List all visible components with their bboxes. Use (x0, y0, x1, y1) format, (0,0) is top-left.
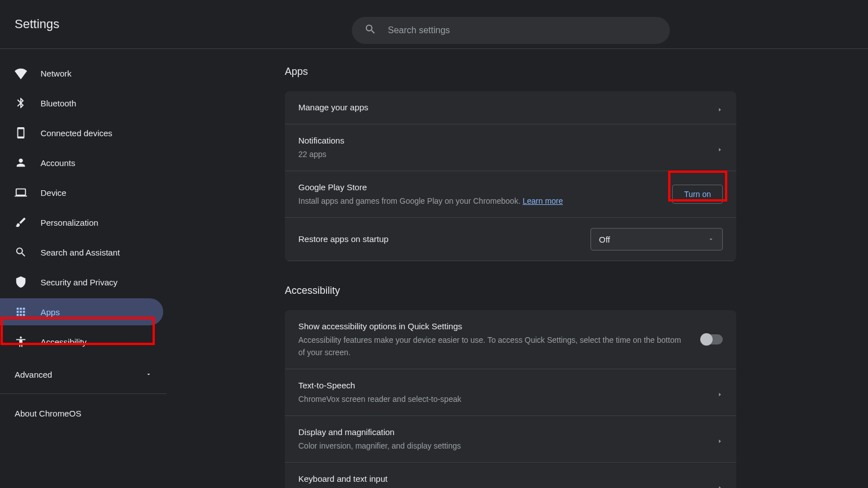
sidebar-item-label: Network (41, 69, 71, 78)
section-title-accessibility: Accessibility (285, 285, 736, 297)
sidebar-item-connected-devices[interactable]: Connected devices (0, 119, 167, 146)
row-sub: Color inversion, magnifier, and display … (298, 440, 461, 452)
shield-icon (15, 276, 27, 288)
sidebar-item-label: Connected devices (41, 128, 113, 138)
accessibility-icon (15, 335, 27, 348)
advanced-label: Advanced (15, 370, 52, 379)
sidebar-item-label: Accessibility (41, 337, 87, 347)
sidebar: Network Bluetooth Connected devices Acco… (0, 49, 167, 488)
play-sub-text: Install apps and games from Google Play … (298, 196, 522, 205)
sidebar-item-apps[interactable]: Apps (0, 298, 163, 325)
row-title: Restore apps on startup (298, 233, 388, 245)
row-keyboard-text-input[interactable]: Keyboard and text input On-screen keyboa… (285, 463, 736, 488)
row-title: Notifications (298, 135, 344, 147)
sidebar-item-device[interactable]: Device (0, 179, 167, 206)
sidebar-divider (0, 393, 167, 394)
sidebar-item-label: Apps (41, 307, 60, 317)
row-sub: 22 apps (298, 148, 344, 160)
row-title: Display and magnification (298, 426, 461, 438)
row-title: Manage your apps (298, 101, 368, 114)
chevron-right-icon (717, 436, 723, 442)
accessibility-card: Show accessibility options in Quick Sett… (285, 310, 736, 488)
bluetooth-icon (15, 97, 27, 109)
search-icon (364, 23, 377, 38)
header: Settings (0, 0, 868, 49)
section-title-apps: Apps (285, 66, 736, 78)
row-sub: ChromeVox screen reader and select-to-sp… (298, 393, 461, 405)
search-input[interactable] (388, 25, 657, 35)
wifi-icon (15, 67, 27, 79)
row-quick-settings-accessibility: Show accessibility options in Quick Sett… (285, 310, 736, 369)
turn-on-button[interactable]: Turn on (672, 185, 723, 204)
chevron-right-icon (717, 105, 723, 110)
row-sub: Accessibility features make your device … (298, 334, 687, 359)
page-title: Settings (15, 17, 60, 32)
chevron-down-icon (708, 235, 714, 244)
accessibility-quick-toggle[interactable] (701, 334, 723, 344)
sidebar-item-label: Bluetooth (41, 99, 76, 108)
row-title: Google Play Store (298, 181, 563, 194)
row-sub: Install apps and games from Google Play … (298, 195, 563, 207)
row-text-to-speech[interactable]: Text-to-Speech ChromeVox screen reader a… (285, 369, 736, 416)
magnify-icon (15, 246, 27, 258)
sidebar-item-label: Security and Privacy (41, 277, 118, 287)
row-google-play-store: Google Play Store Install apps and games… (285, 171, 736, 218)
search-field[interactable] (352, 17, 670, 44)
apps-grid-icon (15, 306, 27, 318)
chevron-right-icon (717, 483, 723, 488)
row-notifications[interactable]: Notifications 22 apps (285, 124, 736, 171)
chevron-right-icon (717, 145, 723, 150)
restore-apps-select[interactable]: Off (590, 228, 723, 250)
row-restore-apps: Restore apps on startup Off (285, 218, 736, 261)
sidebar-about[interactable]: About ChromeOS (0, 400, 167, 427)
sidebar-item-label: Personalization (41, 218, 99, 227)
row-manage-apps[interactable]: Manage your apps (285, 91, 736, 124)
sidebar-item-accessibility[interactable]: Accessibility (0, 328, 167, 355)
row-title: Text-to-Speech (298, 379, 461, 392)
select-value: Off (599, 235, 610, 244)
sidebar-item-network[interactable]: Network (0, 60, 167, 87)
laptop-icon (15, 186, 27, 199)
apps-card: Manage your apps Notifications 22 apps G… (285, 91, 736, 261)
about-label: About ChromeOS (15, 409, 81, 418)
sidebar-advanced[interactable]: Advanced (0, 361, 167, 388)
sidebar-item-accounts[interactable]: Accounts (0, 149, 167, 176)
chevron-right-icon (717, 389, 723, 395)
row-title: Show accessibility options in Quick Sett… (298, 320, 687, 333)
sidebar-item-label: Device (41, 188, 66, 198)
row-title: Keyboard and text input (298, 473, 496, 485)
sidebar-item-label: Accounts (41, 158, 75, 168)
person-icon (15, 156, 27, 169)
learn-more-link[interactable]: Learn more (522, 196, 563, 205)
phone-icon (15, 127, 27, 139)
sidebar-item-bluetooth[interactable]: Bluetooth (0, 89, 167, 117)
main-content: Apps Manage your apps Notifications 22 a… (167, 49, 868, 488)
brush-icon (15, 216, 27, 229)
chevron-down-icon (145, 370, 152, 379)
sidebar-item-security[interactable]: Security and Privacy (0, 268, 167, 296)
sidebar-item-search-assistant[interactable]: Search and Assistant (0, 239, 167, 266)
row-display-magnification[interactable]: Display and magnification Color inversio… (285, 416, 736, 463)
sidebar-item-personalization[interactable]: Personalization (0, 209, 167, 236)
sidebar-item-label: Search and Assistant (41, 248, 120, 257)
